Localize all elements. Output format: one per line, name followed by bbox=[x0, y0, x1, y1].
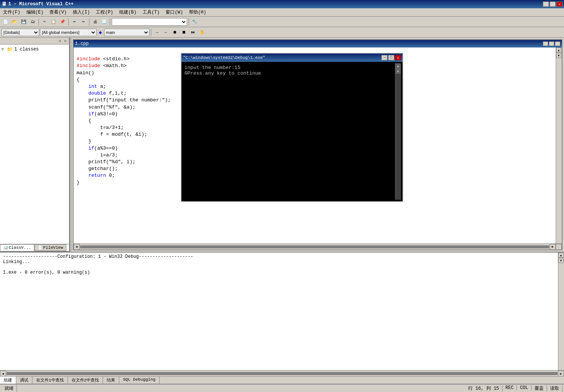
code-max-button[interactable]: □ bbox=[549, 41, 554, 46]
output-vscrollbar[interactable]: ▲ ▼ bbox=[558, 253, 564, 370]
cut-button[interactable]: ✂ bbox=[40, 18, 49, 26]
console-title-bar: "C:\windows\system32\Debug\1.exe" − □ ✕ bbox=[181, 54, 403, 62]
out-scroll-down[interactable]: ▼ bbox=[558, 258, 564, 263]
console-scroll-up[interactable]: ▲ bbox=[395, 63, 401, 69]
save-all-button[interactable]: 🗂 bbox=[29, 18, 37, 26]
status-ovr: 覆盖 bbox=[532, 385, 547, 392]
print-button[interactable]: 🖨 bbox=[91, 18, 99, 26]
menu-view[interactable]: 查看(V) bbox=[46, 8, 70, 16]
close-button[interactable]: ✕ bbox=[556, 2, 562, 7]
menu-tools[interactable]: 工具(T) bbox=[140, 8, 163, 16]
sep6 bbox=[151, 29, 151, 36]
wizard-button[interactable]: 🔧 bbox=[191, 18, 199, 26]
main-combo[interactable]: main bbox=[104, 29, 149, 36]
output-main: --------------------Configuration: 1 - W… bbox=[0, 253, 564, 370]
open-button[interactable]: 📂 bbox=[11, 18, 19, 26]
code-title-buttons: − □ ✕ bbox=[543, 41, 560, 46]
menu-bar: 文件(F) 编辑(E) 查看(V) 插入(I) 工程(P) 组建(B) 工具(T… bbox=[0, 8, 564, 17]
out-scroll-left[interactable]: ◀ bbox=[0, 371, 6, 377]
scroll-right-button[interactable]: ▶ bbox=[550, 244, 556, 250]
title-bar: 🖥 1 - Microsoft Visual C++ − □ ✕ bbox=[0, 0, 564, 8]
out-scroll-up[interactable]: ▲ bbox=[558, 253, 564, 258]
tree-item-classes[interactable]: ▽ 📁 1 classes bbox=[2, 46, 68, 53]
classview-label: ClassV... bbox=[9, 245, 31, 250]
sidebar-toolbar: ◁ ▷ bbox=[0, 38, 69, 44]
fileview-label: FileView bbox=[43, 245, 63, 250]
app-icon: 🖥 bbox=[2, 1, 7, 7]
sep3 bbox=[89, 18, 89, 26]
code-close-button[interactable]: ✕ bbox=[555, 41, 560, 46]
status-position: 行 16, 列 15 bbox=[465, 385, 503, 392]
new-button[interactable]: 📄 bbox=[2, 18, 10, 26]
status-ready: 就绪 bbox=[2, 384, 17, 392]
globals-combo[interactable]: [Globals] bbox=[2, 29, 39, 36]
maximize-button[interactable]: □ bbox=[550, 2, 556, 7]
title-text: 1 - Microsoft Visual C++ bbox=[8, 2, 74, 7]
fileview-icon: 📄 bbox=[38, 245, 42, 250]
scroll-up-button[interactable]: ▲ bbox=[556, 47, 561, 53]
breakpoint-button[interactable]: ⏺ bbox=[171, 28, 179, 37]
sidebar-tab-fileview[interactable]: 📄 FileView bbox=[34, 244, 66, 251]
output-tab-find1[interactable]: 在文件1中查找 bbox=[32, 377, 68, 384]
toolbar1: 📄 📂 💾 🗂 ✂ 📋 📌 ↩ ↪ 🖨 📃 🔧 bbox=[0, 17, 564, 27]
menu-edit[interactable]: 编辑(E) bbox=[23, 8, 47, 16]
undo-button[interactable]: ↩ bbox=[70, 18, 78, 26]
hscroll-track[interactable] bbox=[80, 245, 549, 248]
save-button[interactable]: 💾 bbox=[20, 18, 28, 26]
build-config-combo[interactable] bbox=[112, 18, 187, 26]
print2-button[interactable]: 📃 bbox=[100, 18, 108, 26]
app-body: 文件(F) 编辑(E) 查看(V) 插入(I) 工程(P) 组建(B) 工具(T… bbox=[0, 8, 564, 392]
scroll-down-button[interactable]: ▼ bbox=[556, 53, 561, 58]
out-htrack[interactable] bbox=[6, 372, 558, 375]
toolbar2: [Globals] [All global members] ◆ main → … bbox=[0, 27, 564, 38]
console-scroll-down[interactable]: ▼ bbox=[395, 69, 401, 74]
output-tab-find2[interactable]: 在文件2中查找 bbox=[68, 377, 103, 384]
sep4 bbox=[110, 18, 110, 26]
scroll-left-button[interactable]: ◀ bbox=[74, 244, 80, 250]
output-tab-results[interactable]: 结果 bbox=[103, 377, 119, 384]
out-scroll-right[interactable]: ▶ bbox=[558, 371, 564, 377]
output-tab-sql[interactable]: SQL Debugging bbox=[119, 377, 160, 384]
goto-button[interactable]: → bbox=[153, 28, 161, 37]
title-bar-buttons: − □ ✕ bbox=[543, 2, 562, 7]
stop-button[interactable]: ⏹ bbox=[180, 28, 188, 37]
sidebar-tabs: 📊 ClassV... 📄 FileView bbox=[0, 244, 69, 251]
console-window: "C:\windows\system32\Debug\1.exe" − □ ✕ … bbox=[181, 53, 403, 202]
menu-file[interactable]: 文件(F) bbox=[0, 8, 23, 16]
console-scrollbar[interactable]: ▲ ▼ bbox=[395, 63, 401, 200]
menu-insert[interactable]: 插入(I) bbox=[70, 8, 93, 16]
status-col: COL bbox=[517, 385, 532, 390]
output-panel: --------------------Configuration: 1 - W… bbox=[0, 252, 564, 384]
output-scrollbar-h-bar: ◀ ▶ bbox=[0, 370, 564, 376]
console-content[interactable]: input the number:15 0Press any key to co… bbox=[181, 62, 403, 201]
editor-container: 1.cpp − □ ✕ #include <stdio.h> #include … bbox=[71, 38, 564, 252]
output-tab-build[interactable]: 组建 bbox=[0, 377, 16, 384]
title-bar-left: 🖥 1 - Microsoft Visual C++ bbox=[2, 1, 74, 7]
back-button[interactable]: ← bbox=[162, 28, 170, 37]
hand-button[interactable]: ✋ bbox=[198, 28, 206, 37]
menu-window[interactable]: 窗口(W) bbox=[163, 8, 186, 16]
code-vscrollbar[interactable]: ▲ ▼ bbox=[556, 47, 562, 243]
code-hscrollbar: ◀ ▶ bbox=[74, 243, 562, 250]
members-combo[interactable]: [All global members] bbox=[40, 29, 97, 36]
console-line2: 0Press any key to continue bbox=[184, 70, 393, 76]
menu-build[interactable]: 组建(B) bbox=[116, 8, 140, 16]
paste-button[interactable]: 📌 bbox=[58, 18, 67, 26]
sidebar-tab-classview[interactable]: 📊 ClassV... bbox=[0, 244, 34, 251]
code-min-button[interactable]: − bbox=[543, 41, 548, 46]
menu-project[interactable]: 工程(P) bbox=[93, 8, 116, 16]
output-content[interactable]: --------------------Configuration: 1 - W… bbox=[0, 253, 558, 370]
step-button[interactable]: ⏭ bbox=[189, 28, 197, 37]
console-close-button[interactable]: ✕ bbox=[395, 55, 401, 60]
status-bar: 就绪 行 16, 列 15 REC COL 覆盖 读取 bbox=[0, 384, 564, 392]
console-max-button[interactable]: □ bbox=[388, 55, 394, 60]
console-min-button[interactable]: − bbox=[381, 55, 387, 60]
copy-button[interactable]: 📋 bbox=[49, 18, 58, 26]
output-tab-debug[interactable]: 调试 bbox=[16, 377, 32, 384]
sidebar-btn2[interactable]: ▷ bbox=[63, 38, 68, 44]
tree-item-label: 1 classes bbox=[14, 47, 39, 52]
redo-button[interactable]: ↪ bbox=[79, 18, 88, 26]
sidebar-btn1[interactable]: ◁ bbox=[57, 38, 62, 44]
menu-help[interactable]: 帮助(H) bbox=[186, 8, 209, 16]
minimize-button[interactable]: − bbox=[543, 2, 549, 7]
